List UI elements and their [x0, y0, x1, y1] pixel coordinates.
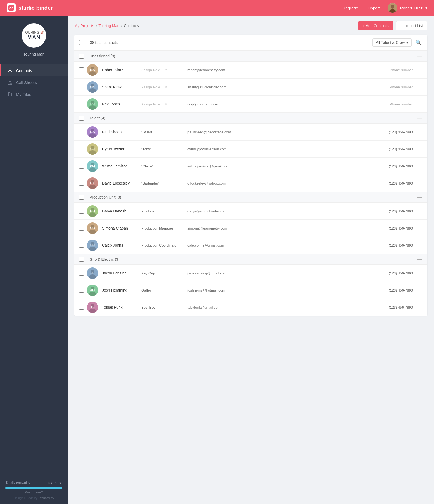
table-header-left: 38 total contacts — [79, 40, 118, 45]
contact-more-2-0[interactable]: ⋮ — [416, 208, 423, 214]
contact-row-0-2[interactable]: RJ Rex Jones Assign Role... ✏ rexj@infog… — [74, 96, 427, 113]
contact-checkbox-0-0[interactable] — [79, 67, 84, 72]
contact-checkbox-2-1[interactable] — [79, 226, 84, 231]
user-menu[interactable]: Robert Kiraz ▾ — [388, 3, 427, 13]
brand-icon — [7, 3, 16, 12]
sidebar-item-contacts[interactable]: Contacts — [0, 64, 68, 76]
contact-name-3-1: Josh Hemming — [102, 288, 141, 292]
contact-row-3-2[interactable]: TF Tobias Funk Best Boy tobyfunk@gmail.c… — [74, 299, 427, 316]
contact-row-0-1[interactable]: SK Shant Kiraz Assign Role... ✏ shant@st… — [74, 79, 427, 96]
contact-more-1-2[interactable]: ⋮ — [416, 163, 423, 169]
contact-row-3-0[interactable]: JL Jacob Lansing Key Grip jacoblansing@g… — [74, 265, 427, 282]
support-link[interactable]: Support — [366, 6, 380, 10]
contact-checkbox-2-2[interactable] — [79, 243, 84, 248]
emails-progress-fill — [5, 487, 62, 489]
import-list-button[interactable]: ⊞ Import List — [396, 21, 427, 30]
contact-phone-3-2: (123) 456-7890 — [372, 305, 416, 309]
group-checkbox-1[interactable] — [79, 116, 84, 121]
contact-checkbox-0-2[interactable] — [79, 102, 84, 106]
contact-name-0-2: Rex Jones — [102, 102, 141, 106]
contact-checkbox-3-1[interactable] — [79, 288, 84, 293]
group-checkbox-3[interactable] — [79, 257, 84, 262]
group-checkbox-0[interactable] — [79, 54, 84, 59]
contact-row-1-1[interactable]: CJ Cyrus Jenson "Tony" cyrusj@cyrusjenso… — [74, 141, 427, 158]
contact-role-0-2[interactable]: Assign Role... ✏ — [141, 102, 187, 106]
breadcrumb-sep-1: › — [96, 24, 97, 28]
contact-checkbox-2-0[interactable] — [79, 209, 84, 214]
contact-checkbox-3-2[interactable] — [79, 305, 84, 310]
group-header-2: Production Unit (3) — — [74, 192, 427, 203]
contact-row-2-0[interactable]: DD Darya Danesh Producer darya@studiobin… — [74, 203, 427, 220]
sidebar-item-myfiles[interactable]: My Files — [0, 88, 68, 100]
contact-row-2-2[interactable]: CJ Caleb Johns Production Coordinator ca… — [74, 237, 427, 254]
contact-more-3-1[interactable]: ⋮ — [416, 287, 423, 293]
sidebar-item-callsheets[interactable]: Call Sheets — [0, 76, 68, 88]
contact-avatar-1-0: PS — [87, 126, 98, 138]
contact-row-1-2[interactable]: WJ Wilma Jamison "Claire" wilma.jamison@… — [74, 158, 427, 175]
contact-row-0-0[interactable]: RK Robert Kiraz Assign Role... ✏ robert@… — [74, 62, 427, 79]
contact-phone-0-1: Phone number — [372, 85, 416, 89]
group-checkbox-2[interactable] — [79, 195, 84, 200]
contact-checkbox-1-3[interactable] — [79, 181, 84, 186]
contact-checkbox-1-0[interactable] — [79, 130, 84, 134]
contact-phone-1-0: (123) 456-7890 — [372, 130, 416, 134]
contact-avatar-0-1: SK — [87, 81, 98, 93]
contact-more-3-2[interactable]: ⋮ — [416, 304, 423, 310]
total-contacts-count: 38 total contacts — [90, 40, 118, 45]
role-edit-icon-0-0[interactable]: ✏ — [165, 68, 167, 72]
contact-more-1-1[interactable]: ⋮ — [416, 146, 423, 152]
group-collapse-3[interactable]: — — [416, 257, 423, 262]
contact-email-0-0: robert@leanometry.com — [187, 68, 372, 72]
upgrade-link[interactable]: Upgrade — [343, 6, 358, 10]
contact-row-2-1[interactable]: SC Simona Clapan Production Manager simo… — [74, 220, 427, 237]
group-collapse-2[interactable]: — — [416, 195, 423, 200]
breadcrumb-my-projects[interactable]: My Projects — [74, 24, 94, 28]
contact-role-0-1[interactable]: Assign Role... ✏ — [141, 85, 187, 89]
add-contacts-button[interactable]: + Add Contacts — [358, 21, 393, 30]
contact-more-0-1[interactable]: ⋮ — [416, 84, 423, 90]
contact-role-0-0[interactable]: Assign Role... ✏ — [141, 68, 187, 72]
contact-row-3-1[interactable]: JH Josh Hemming Gaffer joshhems@hotmail.… — [74, 282, 427, 299]
contact-row-1-0[interactable]: PS Paul Sheen "Stuart" paulsheen@backsta… — [74, 124, 427, 141]
contact-checkbox-1-2[interactable] — [79, 164, 84, 169]
group-header-left-0: Unassigned (3) — [79, 54, 115, 59]
leanometry-link[interactable]: Leanometry — [38, 496, 54, 500]
want-more-link[interactable]: Want more? — [5, 490, 62, 494]
group-collapse-1[interactable]: — — [416, 116, 423, 121]
filter-dropdown[interactable]: All Talent & Crew ▾ — [372, 38, 412, 47]
group-collapse-0[interactable]: — — [416, 54, 423, 59]
select-all-checkbox[interactable] — [79, 40, 84, 45]
sidebar-item-myfiles-label: My Files — [16, 92, 31, 97]
contact-more-3-0[interactable]: ⋮ — [416, 270, 423, 276]
breadcrumb-project[interactable]: Touring Man — [98, 24, 119, 28]
brand-name: studio binder — [18, 5, 53, 11]
brand-logo[interactable]: studio binder — [7, 3, 53, 12]
contact-role-3-0: Key Grip — [141, 271, 187, 275]
contact-checkbox-3-0[interactable] — [79, 271, 84, 276]
group-name-3: Grip & Electric (3) — [90, 257, 119, 261]
svg-text:DL: DL — [90, 181, 95, 185]
contact-more-2-2[interactable]: ⋮ — [416, 242, 423, 248]
contact-more-0-0[interactable]: ⋮ — [416, 67, 423, 73]
contact-email-3-0: jacoblansing@gmail.com — [187, 271, 372, 275]
table-header: 38 total contacts All Talent & Crew ▾ 🔍 — [74, 35, 427, 51]
contact-more-1-0[interactable]: ⋮ — [416, 129, 423, 135]
svg-text:RK: RK — [90, 68, 95, 72]
contact-avatar-1-2: WJ — [87, 160, 98, 172]
role-edit-icon-0-2[interactable]: ✏ — [165, 102, 167, 106]
contact-more-0-2[interactable]: ⋮ — [416, 101, 423, 107]
role-edit-icon-0-1[interactable]: ✏ — [165, 85, 167, 89]
sidebar-nav: Contacts Call Sheets — [0, 62, 68, 103]
top-nav-right: Upgrade Support Robert Kiraz ▾ — [343, 3, 427, 13]
contact-checkbox-1-1[interactable] — [79, 147, 84, 151]
contact-more-2-1[interactable]: ⋮ — [416, 225, 423, 231]
emails-progress-bg — [5, 487, 62, 489]
contact-more-1-3[interactable]: ⋮ — [416, 180, 423, 186]
search-button[interactable]: 🔍 — [414, 38, 423, 47]
sidebar-footer: Emails remaining: 800 / 800 Want more? D… — [0, 475, 68, 504]
avatar-svg-1-2: WJ — [87, 160, 98, 172]
contact-row-1-3[interactable]: DL David Lockesley "Bartender" d.lockesl… — [74, 175, 427, 192]
contact-name-2-1: Simona Clapan — [102, 226, 141, 230]
contact-checkbox-0-1[interactable] — [79, 85, 84, 89]
group-name-2: Production Unit (3) — [90, 195, 121, 199]
